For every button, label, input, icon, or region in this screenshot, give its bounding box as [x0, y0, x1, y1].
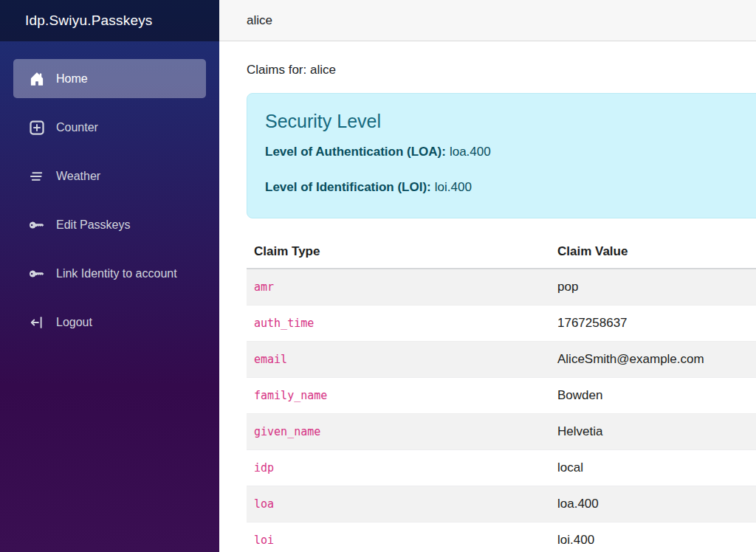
sidebar-item-logout[interactable]: Logout	[13, 303, 206, 342]
claim-type-cell: auth_time	[247, 306, 550, 342]
claim-type-cell: email	[247, 342, 550, 378]
claim-type-code: amr	[254, 280, 274, 294]
claim-value-cell: loa.400	[550, 486, 756, 522]
sidebar-item-link-identity-to-account[interactable]: Link Identity to account	[13, 254, 206, 293]
loa-label: Level of Authentication (LOA):	[265, 145, 446, 159]
claim-value-cell: Helvetia	[550, 414, 756, 450]
table-row: given_nameHelvetia	[247, 414, 756, 450]
sidebar-item-label: Counter	[56, 121, 98, 134]
security-panel: Security Level Level of Authentication (…	[247, 93, 756, 218]
claim-value-cell: loi.400	[550, 522, 756, 552]
loa-value: loa.400	[450, 145, 491, 159]
sidebar-item-home[interactable]: Home	[13, 59, 206, 98]
loi-row: Level of Identification (LOI):loi.400	[265, 178, 756, 197]
sidebar-item-label: Link Identity to account	[56, 267, 177, 280]
key-icon	[30, 218, 44, 232]
key-icon	[30, 266, 44, 281]
claim-type-code: family_name	[254, 389, 327, 402]
sidebar-nav: HomeCounterWeatherEdit PasskeysLink Iden…	[0, 41, 219, 351]
sidebar-item-weather[interactable]: Weather	[13, 156, 206, 196]
security-panel-title: Security Level	[265, 108, 756, 134]
table-row: auth_time1767258637	[247, 306, 756, 342]
loi-label: Level of Identification (LOI):	[265, 180, 431, 194]
claims-table-header-value: Claim Value	[550, 236, 756, 269]
sidebar-item-counter[interactable]: Counter	[13, 108, 206, 147]
claim-type-cell: loa	[247, 486, 550, 522]
content-area: Claims for: alice Security Level Level o…	[219, 41, 756, 552]
claim-type-code: auth_time	[254, 317, 314, 330]
sidebar-item-label: Edit Passkeys	[56, 218, 130, 232]
username-text: alice	[247, 13, 272, 28]
claims-table-head: Claim Type Claim Value	[247, 236, 756, 269]
table-row: family_nameBowden	[247, 378, 756, 414]
sidebar-item-edit-passkeys[interactable]: Edit Passkeys	[13, 205, 206, 244]
loi-value: loi.400	[435, 180, 472, 194]
table-row: loaloa.400	[247, 486, 756, 522]
sidebar-item-label: Home	[56, 72, 88, 86]
main-area: alice Claims for: alice Security Level L…	[219, 0, 756, 552]
table-row: emailAliceSmith@example.com	[247, 342, 756, 378]
table-row: idplocal	[247, 450, 756, 486]
claim-type-code: loi	[254, 534, 274, 547]
claim-value-cell: local	[550, 450, 756, 486]
claim-type-cell: idp	[247, 450, 550, 486]
claim-value-cell: 1767258637	[550, 306, 756, 342]
claim-type-cell: amr	[247, 269, 550, 306]
table-row: loiloi.400	[247, 522, 756, 552]
claim-value-cell: pop	[550, 269, 756, 306]
claims-table-body: amrpopauth_time1767258637emailAliceSmith…	[247, 269, 756, 552]
claims-table-header-type: Claim Type	[247, 236, 550, 269]
claim-type-cell: given_name	[247, 414, 550, 450]
claim-value-cell: AliceSmith@example.com	[550, 342, 756, 378]
logout-icon	[30, 315, 44, 330]
claims-table: Claim Type Claim Value amrpopauth_time17…	[247, 236, 756, 552]
sidebar-item-label: Logout	[56, 316, 92, 329]
claim-type-code: given_name	[254, 425, 320, 438]
sidebar-item-label: Weather	[56, 170, 100, 183]
top-row: alice	[219, 0, 756, 41]
brand-row: Idp.Swiyu.Passkeys	[0, 0, 219, 41]
home-icon	[30, 72, 44, 86]
table-row: amrpop	[247, 269, 756, 306]
loa-row: Level of Authentication (LOA):loa.400	[265, 142, 756, 162]
claim-type-code: loa	[254, 497, 274, 511]
claim-type-code: idp	[254, 461, 274, 475]
claim-type-code: email	[254, 353, 287, 366]
list-nested-icon	[30, 169, 44, 184]
claim-value-cell: Bowden	[550, 378, 756, 414]
claims-heading: Claims for: alice	[247, 62, 756, 77]
claim-type-cell: loi	[247, 522, 550, 552]
plus-square-icon	[30, 120, 44, 135]
claim-type-cell: family_name	[247, 378, 550, 414]
brand-title[interactable]: Idp.Swiyu.Passkeys	[25, 13, 153, 29]
claims-table-header-row: Claim Type Claim Value	[247, 236, 756, 269]
sidebar: Idp.Swiyu.Passkeys HomeCounterWeatherEdi…	[0, 0, 219, 552]
